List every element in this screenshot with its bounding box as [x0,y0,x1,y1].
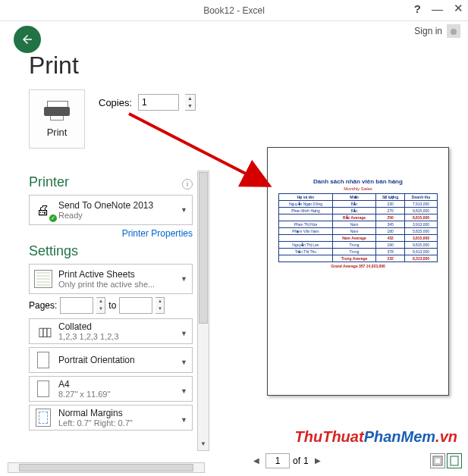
left-column: Print Printer i 🖨✓ Send To OneNote 2013 … [29,89,193,434]
copies-label: Copies: [99,97,132,108]
signin-link[interactable]: Sign in [414,26,442,36]
sheets-icon [33,268,54,290]
collate-icon: ▯▯▯ [33,321,54,342]
horizontal-scrollbar[interactable] [8,462,205,473]
page-current-input[interactable] [265,453,290,468]
signin-row: Sign in [0,21,468,41]
close-icon[interactable]: ✕ [454,2,463,15]
print-what-selector[interactable]: Print Active Sheets Only print the activ… [29,264,193,294]
chevron-down-icon: ▼ [181,387,187,395]
pages-from-stepper[interactable]: ▲▼ [96,297,105,314]
arrow-left-icon [20,33,34,46]
svg-rect-3 [451,456,458,465]
printer-device-icon: 🖨✓ [33,199,54,221]
preview-footer: Grand Average 357 14,023,000 [278,264,438,268]
collate-label: Collated [58,321,119,332]
pages-to-input[interactable] [119,297,152,314]
pages-from-input[interactable] [60,297,93,314]
window-controls: ? — ✕ [414,2,463,15]
print-what-label: Print Active Sheets [58,269,155,280]
back-button[interactable] [14,26,41,53]
avatar-icon[interactable] [447,24,460,38]
preview-subtitle: Monthly Sales [278,186,438,191]
pages-label: Pages: [29,300,57,311]
paper-sub: 8.27" x 11.69" [58,390,110,399]
print-button[interactable]: Print [29,89,85,149]
print-button-label: Print [47,127,68,138]
chevron-down-icon: ▼ [181,330,187,337]
printer-name: Send To OneNote 2013 [58,200,153,211]
margins-icon [33,407,54,428]
printer-status: Ready [58,211,153,220]
orientation-icon [33,349,54,371]
zoom-buttons [430,453,462,468]
print-what-sub: Only print the active she... [58,280,155,289]
pages-to-label: to [108,300,116,311]
info-icon[interactable]: i [182,179,193,189]
chevron-down-icon: ▼ [181,416,187,424]
preview-table: Họ và tênMiềnSố lượngDoanh thu Nguyễn Ng… [278,193,438,262]
margins-label: Normal Margins [58,408,133,418]
svg-rect-2 [435,458,441,464]
copies-stepper[interactable]: ▲▼ [185,94,196,111]
margins-sub: Left: 0.7" Right: 0.7" [58,418,133,427]
window-title: Book12 - Excel [203,5,265,16]
page-navigation: ◀ of 1 ▶ [250,453,324,468]
collate-sub: 1,2,3 1,2,3 1,2,3 [58,332,119,341]
chevron-down-icon: ▼ [181,359,187,366]
page-prev-button[interactable]: ◀ [250,455,262,467]
paper-icon [33,378,54,399]
printer-selector[interactable]: 🖨✓ Send To OneNote 2013 Ready ▼ [29,195,193,225]
title-bar: Book12 - Excel ? — ✕ [0,0,468,21]
printer-header-label: Printer [29,174,69,190]
paper-selector[interactable]: A4 8.27" x 11.69" ▼ [29,376,193,402]
printer-icon [44,101,70,121]
page-of-label: of [293,456,300,466]
paper-label: A4 [58,379,110,390]
collate-selector[interactable]: ▯▯▯ Collated 1,2,3 1,2,3 1,2,3 ▼ [29,318,193,344]
page-title: Print [29,52,79,80]
printer-header: Printer i [29,174,193,190]
pages-to-stepper[interactable]: ▲▼ [155,297,165,314]
zoom-to-page-button[interactable] [447,453,462,468]
preview-title: Danh sách nhân viên bán hàng [278,178,438,185]
settings-header: Settings [29,243,193,259]
print-preview: Danh sách nhân viên bán hàng Monthly Sal… [267,147,449,396]
show-margins-button[interactable] [430,453,445,468]
copies-input[interactable] [138,94,179,111]
orientation-label: Portrait Orientation [58,355,135,365]
copies-row: Copies: ▲▼ [99,94,196,111]
pages-row: Pages: ▲▼ to ▲▼ [29,297,193,314]
printer-properties-link[interactable]: Printer Properties [29,228,193,239]
settings-scrollbar[interactable]: ▲▼ [197,171,209,451]
chevron-down-icon: ▼ [181,206,187,214]
minimize-icon[interactable]: — [432,2,443,15]
help-icon[interactable]: ? [414,2,421,15]
margins-selector[interactable]: Normal Margins Left: 0.7" Right: 0.7" ▼ [29,405,193,431]
page-next-button[interactable]: ▶ [312,455,324,467]
orientation-selector[interactable]: Portrait Orientation ▼ [29,347,193,373]
page-total: 1 [303,456,309,466]
watermark: ThuThuatPhanMem.vn [295,428,457,446]
chevron-down-icon: ▼ [181,275,187,283]
